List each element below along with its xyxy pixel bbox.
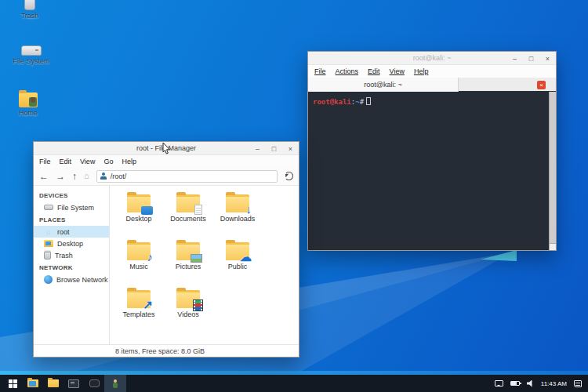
file-list: Desktop Documents ↓ Downloads ♪ Music Pi…: [110, 186, 299, 344]
terminal-icon: [68, 379, 79, 388]
maximize-button[interactable]: □: [523, 52, 539, 65]
tray-chat-icon[interactable]: [495, 380, 503, 387]
terminal-tabbar: root@kali: ~ ×: [308, 78, 556, 92]
start-button[interactable]: [2, 375, 23, 392]
back-button[interactable]: ←: [39, 172, 49, 181]
terminal-menu-edit[interactable]: Edit: [368, 67, 380, 75]
folder-icon: [176, 290, 200, 308]
file-manager-sidebar: DEVICES File System PLACES ⌂ root Deskto…: [34, 186, 110, 344]
terminal-menubar: File Actions Edit View Help: [308, 65, 556, 78]
file-manager-window: root - File Manager – □ × File Edit View…: [33, 141, 299, 358]
folder-videos[interactable]: Videos: [164, 285, 212, 332]
taskbar-terminal-button[interactable]: [64, 375, 84, 392]
app-icon: [89, 379, 100, 387]
folder-icon: [176, 194, 200, 212]
drive-icon: [9, 38, 54, 56]
trash-icon: [44, 252, 51, 260]
folder-public[interactable]: ☁ Public: [213, 238, 262, 285]
folder-icon: [176, 242, 200, 260]
taskbar-clock[interactable]: 11:43 AM: [541, 380, 567, 387]
sidebar-item-browse-network[interactable]: Browse Network: [34, 274, 109, 285]
wallpaper-light-spark: [481, 250, 517, 261]
folder-templates[interactable]: ↗ Templates: [114, 285, 163, 332]
desktop-icon-label: File System: [9, 57, 54, 65]
music-note-icon: ♪: [147, 251, 154, 263]
tab-close-button[interactable]: ×: [537, 81, 546, 89]
folder-pictures[interactable]: Pictures: [164, 238, 212, 285]
taskbar-app-button[interactable]: [84, 375, 104, 392]
minimize-button[interactable]: –: [506, 52, 523, 65]
folder-desktop[interactable]: Desktop: [114, 190, 163, 237]
system-tray: 11:43 AM: [495, 380, 588, 387]
network-icon: [44, 275, 53, 284]
terminal-scrollbar[interactable]: [549, 92, 556, 250]
folder-icon: ☁: [226, 242, 249, 260]
sidebar-item-trash[interactable]: Trash: [34, 249, 109, 261]
close-button[interactable]: ×: [282, 142, 299, 155]
forward-button[interactable]: →: [56, 172, 65, 181]
up-button[interactable]: ↑: [72, 172, 77, 181]
sidebar-item-root[interactable]: ⌂ root: [34, 226, 109, 238]
close-button[interactable]: ×: [539, 52, 556, 65]
home-button[interactable]: ⌂: [84, 172, 89, 180]
terminal-menu-actions[interactable]: Actions: [336, 67, 359, 75]
terminal-screen[interactable]: root@kali:~#: [308, 92, 556, 250]
mouse-cursor: [162, 143, 171, 158]
path-text: /root/: [111, 172, 127, 180]
terminal-window: root@kali: ~ – □ × File Actions Edit Vie…: [307, 51, 557, 251]
terminal-menu-help[interactable]: Help: [414, 67, 429, 75]
sidebar-item-desktop[interactable]: Desktop: [34, 238, 109, 249]
windows-logo-icon: [9, 379, 17, 388]
desktop-icon-label: Home: [5, 109, 51, 117]
path-input[interactable]: /root/: [96, 170, 278, 183]
terminal-tab-label: root@kali: ~: [364, 81, 401, 89]
terminal-prompt-line: root@kali:~#: [313, 97, 543, 106]
desktop-icon-home[interactable]: Home: [5, 90, 51, 117]
fm-menu-edit[interactable]: Edit: [60, 158, 72, 165]
desktop-icon-trash[interactable]: Trash: [7, 0, 53, 20]
film-strip-icon: [194, 300, 202, 310]
terminal-tab[interactable]: root@kali: ~: [308, 78, 459, 92]
terminal-menu-view[interactable]: View: [390, 67, 405, 75]
folder-music[interactable]: ♪ Music: [114, 238, 163, 285]
terminal-menu-file[interactable]: File: [314, 67, 326, 75]
folder-icon: [48, 379, 59, 387]
desktop: Trash File System Home root@kali: ~ – □ …: [0, 0, 588, 392]
maximize-button[interactable]: □: [266, 142, 282, 155]
folder-documents[interactable]: Documents: [164, 190, 212, 237]
trash-icon: [7, 0, 53, 10]
taskbar-folder-button[interactable]: [43, 375, 64, 392]
file-explorer-icon: [27, 379, 38, 387]
document-emblem-icon: [194, 205, 202, 215]
home-folder-icon: [5, 90, 51, 107]
desktop-emblem-icon: [141, 206, 153, 215]
sidebar-header-network: NETWORK: [34, 261, 109, 274]
folder-downloads[interactable]: ↓ Downloads: [213, 190, 262, 237]
terminal-titlebar[interactable]: root@kali: ~ – □ ×: [308, 52, 556, 65]
fm-menu-go[interactable]: Go: [103, 158, 113, 165]
taskbar: 11:43 AM: [0, 375, 588, 392]
drive-icon: [44, 205, 53, 210]
minimize-button[interactable]: –: [249, 142, 266, 155]
fm-menu-file[interactable]: File: [39, 158, 51, 165]
folder-icon: [127, 194, 151, 212]
taskbar-file-explorer-button[interactable]: [23, 375, 43, 392]
sidebar-item-file-system[interactable]: File System: [34, 201, 109, 213]
tray-volume-icon[interactable]: [527, 380, 534, 387]
cloud-icon: ☁: [240, 251, 252, 263]
home-icon: ⌂: [44, 228, 53, 236]
refresh-button[interactable]: [285, 172, 293, 180]
picture-emblem-icon: [191, 254, 202, 263]
prompt-user: root@kali: [313, 98, 351, 106]
desktop-icon-label: Trash: [7, 12, 53, 20]
action-center-icon[interactable]: [574, 380, 582, 387]
taskbar-active-window-button[interactable]: [104, 375, 126, 392]
folder-icon: [44, 240, 53, 247]
folder-icon: ↓: [226, 194, 249, 212]
folder-icon: ↗: [127, 290, 151, 308]
fm-menu-help[interactable]: Help: [122, 158, 136, 165]
desktop-icon-file-system[interactable]: File System: [9, 38, 54, 65]
fm-menu-view[interactable]: View: [80, 158, 95, 165]
tray-battery-icon[interactable]: [510, 381, 520, 386]
download-arrow-icon: ↓: [246, 203, 252, 215]
